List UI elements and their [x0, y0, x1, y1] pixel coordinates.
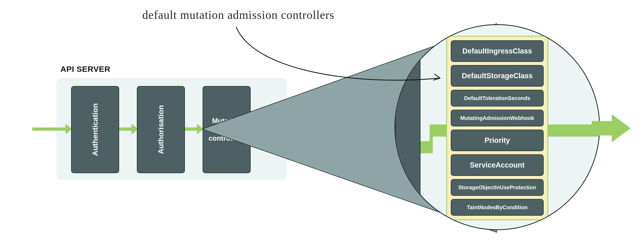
stage-authorisation: Authorisation: [137, 86, 185, 173]
stage-label: Authorisation: [157, 105, 165, 154]
stage-label: Authentication: [91, 103, 100, 156]
controller-item: DefaultTolerationSeconds: [451, 90, 544, 106]
flow-arrow-segment: [543, 124, 599, 137]
flow-arrow-segment: [430, 124, 448, 137]
previous-stage-peek: [395, 52, 420, 204]
stage-mutation-controllers: Mutation admission controllers: [203, 86, 251, 173]
controller-item: TaintNodesByCondition: [451, 199, 544, 216]
flow-arrow-segment: [32, 127, 70, 131]
controller-item: ServiceAccount: [451, 154, 544, 176]
arrow-right-icon: [612, 114, 631, 142]
stage-authentication: Authentication: [71, 86, 119, 173]
controller-item: DefaultIngressClass: [451, 40, 544, 62]
controller-item: DefaultStorageClass: [451, 65, 544, 87]
controller-item: MutatingAdmissionWebhook: [451, 110, 544, 126]
api-server-title: API SERVER: [60, 65, 110, 74]
annotation-text: default mutation admission controllers: [142, 8, 334, 22]
controller-item: StorageObjectInUseProtection: [451, 179, 544, 196]
controllers-list-panel: DefaultIngressClassDefaultStorageClassDe…: [446, 36, 548, 220]
controller-item: Priority: [451, 130, 544, 151]
flow-arrow-segment: [592, 121, 613, 136]
stage-label: Mutation admission controllers: [203, 116, 250, 143]
zoom-detail-circle: DefaultIngressClassDefaultStorageClassDe…: [394, 24, 600, 230]
